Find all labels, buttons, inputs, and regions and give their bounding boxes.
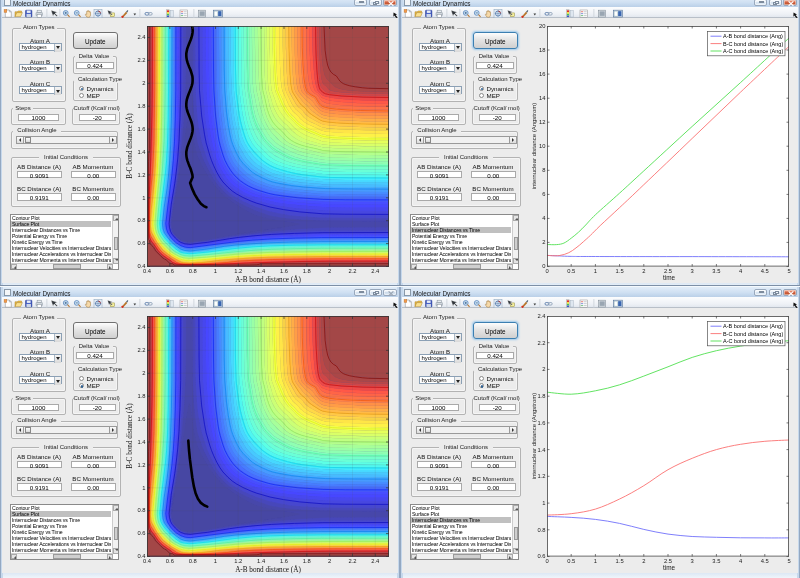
svg-text:B-C bond distance (Ang): B-C bond distance (Ang) bbox=[723, 41, 783, 47]
svg-text:A-B bond distance (Ang): A-B bond distance (Ang) bbox=[723, 33, 783, 39]
svg-text:B-C bond distance (Ang): B-C bond distance (Ang) bbox=[723, 331, 783, 337]
svg-text:A-C bond distance (Ang): A-C bond distance (Ang) bbox=[723, 48, 783, 54]
svg-text:A-B bond distance (Ang): A-B bond distance (Ang) bbox=[723, 323, 783, 329]
svg-text:A-C bond distance (Ang): A-C bond distance (Ang) bbox=[723, 338, 783, 344]
